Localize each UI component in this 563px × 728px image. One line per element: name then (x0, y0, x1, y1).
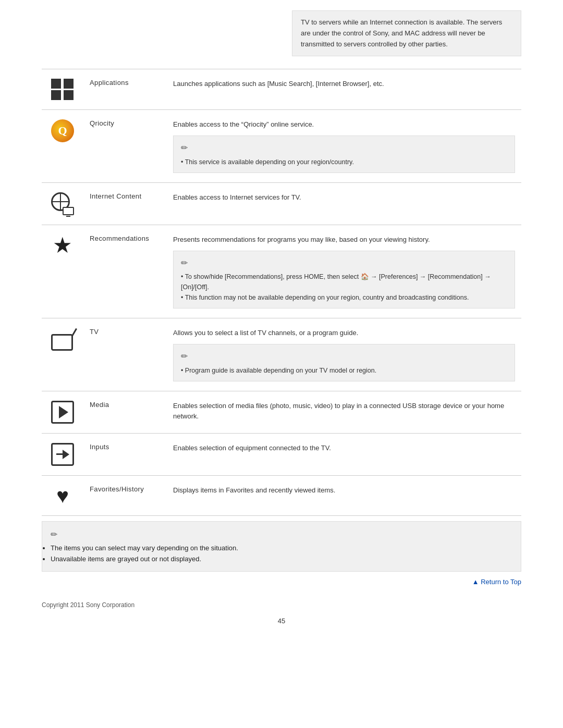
applications-icon (51, 79, 74, 100)
media-name: Media (83, 391, 167, 433)
applications-name: Applications (83, 69, 167, 110)
sq4 (64, 90, 74, 100)
qriocity-name: Qriocity (83, 110, 167, 182)
pencil-icon: ✏ (181, 256, 507, 270)
pencil-icon: ✏ (181, 141, 507, 155)
inputs-name: Inputs (83, 433, 167, 475)
sq1 (51, 79, 61, 89)
qriocity-icon (51, 119, 74, 142)
recommendations-note: ✏ To show/hide [Recommendations], press … (173, 251, 515, 309)
favorites-desc: Displays items in Favorites and recently… (167, 475, 521, 515)
media-icon (51, 401, 74, 424)
recommendations-icon-cell: ★ (42, 225, 83, 318)
return-to-top-link[interactable]: ▲ Return to Top (472, 578, 521, 586)
tv-desc-text: Allows you to select a list of TV channe… (173, 329, 358, 337)
star-icon: ★ (48, 235, 77, 256)
inputs-icon (51, 443, 74, 466)
internet-content-icon-cell (42, 182, 83, 225)
tv-note: ✏ Program guide is available depending o… (173, 344, 515, 381)
inputs-arrow (56, 450, 69, 459)
favorites-icon-cell: ♥ (42, 475, 83, 515)
table-row: ♥ Favorites/History Displays items in Fa… (42, 475, 521, 515)
tv-icon (51, 328, 74, 351)
recommendations-desc-text: Presents recommendations for programs yo… (173, 236, 430, 243)
features-table: Applications Launches applications such … (42, 69, 521, 515)
inputs-arrowhead (63, 450, 69, 459)
pencil-icon: ✏ (181, 350, 507, 363)
internet-content-icon (51, 192, 74, 215)
qriocity-icon-cell (42, 110, 83, 182)
sq2 (64, 79, 74, 89)
footer-note-item-1: The items you can select may vary depend… (51, 543, 512, 554)
qriocity-note: ✏ This service is available depending on… (173, 135, 515, 173)
return-to-top[interactable]: ▲ Return to Top (42, 578, 521, 586)
recommendations-desc: Presents recommendations for programs yo… (167, 225, 521, 318)
favorites-name: Favorites/History (83, 475, 167, 515)
table-row: Inputs Enables selection of equipment co… (42, 433, 521, 475)
recommendations-name: Recommendations (83, 225, 167, 318)
internet-content-name: Internet Content (83, 182, 167, 225)
table-row: Applications Launches applications such … (42, 69, 521, 110)
sq3 (51, 90, 61, 100)
note-item: To show/hide [Recommendations], press HO… (181, 272, 507, 292)
monitor-icon (63, 207, 74, 215)
favorites-icon: ♥ (48, 485, 77, 506)
inputs-shaft (56, 453, 63, 455)
note-item: This function may not be available depen… (181, 292, 507, 303)
table-row: Internet Content Enables access to Inter… (42, 182, 521, 225)
table-row: TV Allows you to select a list of TV cha… (42, 318, 521, 391)
note-item: This service is available depending on y… (181, 157, 507, 167)
table-row: ★ Recommendations Presents recommendatio… (42, 225, 521, 318)
note-item: Program guide is available depending on … (181, 365, 507, 376)
inputs-desc: Enables selection of equipment connected… (167, 433, 521, 475)
table-row: Qriocity Enables access to the “Qriocity… (42, 110, 521, 182)
tv-screen (51, 334, 73, 351)
footer-note-item-2: Unavailable items are grayed out or not … (51, 554, 512, 565)
internet-content-desc: Enables access to Internet services for … (167, 182, 521, 225)
inputs-icon-cell (42, 433, 83, 475)
intro-note: TV to servers while an Internet connecti… (292, 10, 521, 56)
intro-note-text: TV to servers while an Internet connecti… (301, 18, 502, 48)
tv-desc: Allows you to select a list of TV channe… (167, 318, 521, 391)
pencil-icon: ✏ (51, 528, 512, 541)
qriocity-desc-text: Enables access to the “Qriocity” online … (173, 120, 314, 128)
tv-name: TV (83, 318, 167, 391)
tv-antenna (71, 328, 77, 336)
footer-note: ✏ The items you can select may vary depe… (42, 521, 521, 572)
applications-desc: Launches applications such as [Music Sea… (167, 69, 521, 110)
page-number: 45 (0, 617, 563, 640)
copyright: Copyright 2011 Sony Corporation (42, 601, 521, 609)
applications-icon-cell (42, 69, 83, 110)
media-icon-cell (42, 391, 83, 433)
media-desc: Enables selection of media files (photo,… (167, 391, 521, 433)
table-row: Media Enables selection of media files (… (42, 391, 521, 433)
tv-icon-cell (42, 318, 83, 391)
qriocity-desc: Enables access to the “Qriocity” online … (167, 110, 521, 182)
